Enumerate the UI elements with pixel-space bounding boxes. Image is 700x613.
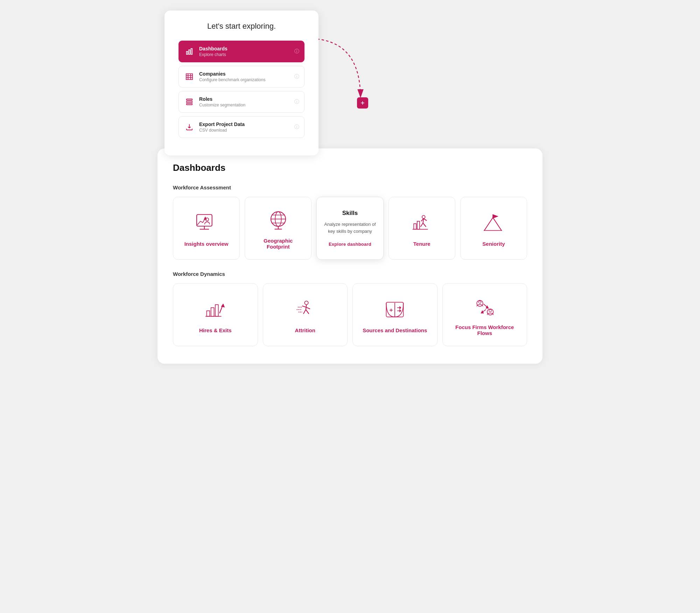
popup-export-info: ⓘ <box>294 124 299 130</box>
svg-line-28 <box>421 223 423 227</box>
building-icon <box>184 72 194 82</box>
card-focus-firms[interactable]: Focus Firms Workforce Flows <box>442 283 527 346</box>
svg-marker-58 <box>400 306 401 309</box>
dashboard-panel: Dashboards Workforce Assessment <box>158 148 542 364</box>
chart-icon <box>184 47 194 56</box>
svg-line-29 <box>423 223 426 227</box>
section-label-workforce-assessment: Workforce Assessment <box>173 184 527 190</box>
svg-point-62 <box>478 301 481 304</box>
card-geographic-label: Geographic Footprint <box>252 238 304 250</box>
popup-title: Let's start exploring. <box>178 22 304 31</box>
card-attrition[interactable]: Attrition <box>263 283 348 346</box>
svg-rect-33 <box>417 221 420 229</box>
seniority-icon <box>481 211 506 236</box>
card-tenure[interactable]: Tenure <box>388 197 455 260</box>
svg-rect-38 <box>207 311 210 316</box>
popup-companies-subtitle: Configure benchmark organizations <box>199 77 299 82</box>
popup-item-text-dashboards: Dashboards Explore charts <box>199 46 299 57</box>
skills-title: Skills <box>342 210 358 217</box>
svg-rect-3 <box>186 74 192 80</box>
popup-item-text-roles: Roles Customize segmentation <box>199 96 299 107</box>
svg-rect-9 <box>187 101 192 103</box>
svg-line-47 <box>306 307 310 309</box>
svg-rect-10 <box>187 104 192 105</box>
svg-point-26 <box>422 215 425 218</box>
dashboard-title: Dashboards <box>173 162 527 173</box>
focusfirms-icon <box>472 295 497 319</box>
toggle-button[interactable] <box>357 97 368 109</box>
svg-line-46 <box>302 306 306 307</box>
svg-marker-43 <box>222 304 225 307</box>
popup-companies-info: ⓘ <box>294 74 299 80</box>
popup-item-text-companies: Companies Configure benchmark organizati… <box>199 71 299 82</box>
svg-rect-39 <box>211 308 214 316</box>
popup-dashboards-info: ⓘ <box>294 48 299 55</box>
card-seniority-label: Seniority <box>482 241 505 247</box>
svg-rect-2 <box>191 49 192 55</box>
card-insights-overview[interactable]: Insights overview <box>173 197 240 260</box>
section-label-workforce-dynamics: Workforce Dynamics <box>173 271 527 277</box>
popup-item-export[interactable]: Export Project Data CSV download ⓘ <box>178 116 304 138</box>
popup-roles-subtitle: Customize segmentation <box>199 103 299 107</box>
svg-marker-18 <box>204 217 206 219</box>
insights-icon <box>194 211 219 236</box>
card-geographic-footprint[interactable]: Geographic Footprint <box>245 197 312 260</box>
popup-item-companies[interactable]: Companies Configure benchmark organizati… <box>178 66 304 88</box>
globe-icon <box>266 208 290 233</box>
card-tenure-label: Tenure <box>413 241 430 247</box>
svg-marker-66 <box>481 311 483 313</box>
svg-rect-40 <box>215 305 218 316</box>
svg-line-49 <box>306 309 309 314</box>
card-hires-exits[interactable]: Hires & Exits <box>173 283 258 346</box>
card-insights-label: Insights overview <box>184 241 229 247</box>
svg-point-68 <box>489 309 491 312</box>
popup-companies-title: Companies <box>199 71 299 77</box>
workforce-dynamics-grid: Hires & Exits <box>173 283 527 346</box>
card-sources-destinations[interactable]: Sources and Destinations <box>352 283 438 346</box>
popup-card: Let's start exploring. Dashboards Explor… <box>164 11 318 155</box>
card-focus-firms-label: Focus Firms Workforce Flows <box>450 324 520 336</box>
card-hires-exits-label: Hires & Exits <box>199 327 232 333</box>
sources-icon <box>383 298 407 322</box>
svg-marker-60 <box>400 309 401 312</box>
card-skills[interactable]: Skills Analyze representation of key ski… <box>316 197 383 260</box>
popup-item-text-export: Export Project Data CSV download <box>199 121 299 133</box>
hires-icon <box>203 298 227 322</box>
svg-line-31 <box>424 218 427 221</box>
download-icon <box>184 122 194 132</box>
workforce-assessment-grid: Insights overview Geograph <box>173 197 527 260</box>
svg-rect-0 <box>187 51 188 54</box>
popup-export-subtitle: CSV download <box>199 128 299 133</box>
svg-rect-8 <box>187 99 192 100</box>
page-wrapper: Let's start exploring. Dashboards Explor… <box>158 11 542 364</box>
popup-item-dashboards[interactable]: Dashboards Explore charts ⓘ <box>178 41 304 62</box>
card-attrition-label: Attrition <box>295 327 315 333</box>
popup-export-title: Export Project Data <box>199 121 299 127</box>
tenure-icon <box>410 211 434 236</box>
card-seniority[interactable]: Seniority <box>460 197 527 260</box>
svg-marker-36 <box>493 214 498 218</box>
svg-rect-32 <box>414 224 416 229</box>
popup-roles-info: ⓘ <box>294 99 299 105</box>
explore-dashboard-button[interactable]: Explore dashboard <box>329 242 371 247</box>
svg-line-48 <box>303 309 306 314</box>
roles-icon <box>184 97 194 107</box>
card-sources-destinations-label: Sources and Destinations <box>363 327 427 333</box>
skills-description: Analyze representation of key skills by … <box>324 221 376 235</box>
attrition-icon <box>293 298 317 322</box>
popup-dashboards-subtitle: Explore charts <box>199 52 299 57</box>
popup-roles-title: Roles <box>199 96 299 102</box>
popup-item-roles[interactable]: Roles Customize segmentation ⓘ <box>178 91 304 113</box>
svg-rect-1 <box>189 50 190 54</box>
popup-dashboards-title: Dashboards <box>199 46 299 51</box>
svg-point-44 <box>304 301 308 305</box>
